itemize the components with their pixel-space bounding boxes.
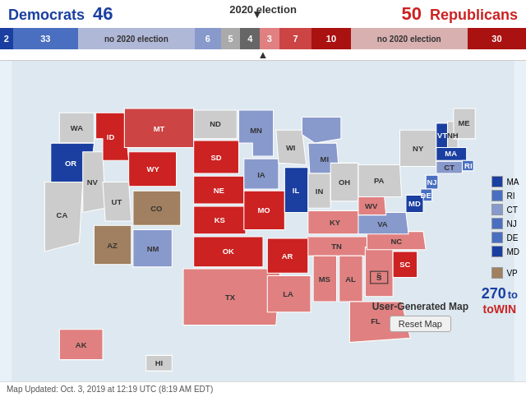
state-RI[interactable] [462,160,473,171]
legend-label-NJ: NJ [506,219,516,228]
legend-label-RI: RI [506,192,514,201]
state-NE[interactable] [194,176,244,204]
badge-win: toWIN [482,302,518,316]
reset-map-button[interactable]: Reset Map [390,316,451,332]
state-NY[interactable] [400,130,436,166]
state-MA[interactable] [436,147,467,160]
state-TX[interactable] [183,269,280,325]
state-MS[interactable] [313,256,336,302]
state-OK[interactable] [194,237,263,267]
legend-color-NJ [491,218,503,229]
legend-color-MA [491,176,503,187]
state-MD[interactable] [406,195,423,212]
state-ME[interactable] [454,108,475,139]
legend-color-VP [491,267,503,279]
score-bar: Democrats 46 ▼ 2020 election 50 Republic… [0,0,526,28]
state-PA[interactable] [358,164,402,196]
state-SC[interactable] [393,252,418,278]
state-KY[interactable] [308,210,362,233]
legend-color-CT [491,204,503,215]
state-LA[interactable] [267,275,311,312]
footer: Map Updated: Oct. 3, 2019 at 12:19 UTC (… [0,381,526,396]
user-gen-area: User-Generated Map Reset Map [372,301,468,332]
state-MT[interactable] [124,108,193,147]
user-gen-label: User-Generated Map [372,301,468,312]
legend-item-DE: DE [491,232,519,243]
state-CA[interactable] [44,182,82,252]
state-WI[interactable] [276,130,307,164]
legend-color-MD [491,246,503,257]
state-KS[interactable] [194,206,246,234]
map-area: S WA OR CA NV ID MT WY UT AZ CO NM ND SD… [0,61,526,381]
state-VA[interactable] [358,212,408,233]
legend-color-RI [491,190,503,201]
state-AZ[interactable] [94,225,131,264]
state-WY[interactable] [129,152,177,187]
footer-text: Map Updated: Oct. 3, 2019 at 12:19 UTC (… [7,385,213,394]
seg-r-solid: 30 [468,28,526,49]
seat-bar: 2 33 no 2020 election 6 5 4 3 7 10 no 20… [0,28,526,49]
seg-no-elec-rep: no 2020 election [351,28,468,49]
state-WA[interactable] [59,113,94,143]
seg-d-lean: 6 [195,28,221,49]
us-map: S WA OR CA NV ID MT WY UT AZ CO NM ND SD… [0,61,526,381]
ga-s-label: S [376,273,381,282]
state-WV[interactable] [358,195,386,215]
legend-label-VP: VP [506,269,517,278]
seg-r-10: 10 [311,28,350,49]
seg-r-likely: 7 [279,28,312,49]
legend-color-DE [491,232,503,243]
dem-score: Democrats 46 [8,3,113,25]
state-NM[interactable] [133,230,172,267]
legend-item-MD: MD [491,246,519,257]
header: Democrats 46 ▼ 2020 election 50 Republic… [0,0,526,61]
state-NV[interactable] [83,152,105,213]
legend-label-MA: MA [506,178,519,187]
state-IA[interactable] [244,159,279,189]
state-IN[interactable] [308,173,330,208]
state-HI[interactable] [146,355,173,371]
election-label: 2020 election [229,3,297,16]
legend-item-MA: MA [491,176,519,187]
legend-item-NJ: NJ [491,218,519,229]
state-MO[interactable] [244,191,285,229]
state-AK[interactable] [59,330,103,360]
state-SD[interactable] [194,141,239,173]
seg-d-solid: 2 [0,28,13,49]
state-CO[interactable] [133,191,181,225]
badge-to: to [508,288,518,301]
seg-r-lean: 3 [260,28,279,49]
legend-item-CT: CT [491,204,519,215]
legend-item-VP: VP [491,267,519,279]
state-AL[interactable] [339,256,362,302]
legend-label-DE: DE [506,233,518,242]
rep-score: 50 Republicans [401,3,518,25]
seg-d-likely: 33 [13,28,78,49]
state-OH[interactable] [330,163,358,201]
seg-pivot: 4 [240,28,260,49]
state-IL[interactable] [284,168,307,213]
legend-item-RI: RI [491,190,519,201]
badge-270: 270 to toWIN [482,285,518,316]
state-NJ[interactable] [426,175,438,189]
badge-num: 270 [482,285,506,302]
state-ND[interactable] [194,110,238,139]
legend-label-CT: CT [506,205,517,215]
state-AR[interactable] [267,238,308,273]
seg-no-elec-dem: no 2020 election [78,28,195,49]
state-VT[interactable] [436,123,448,148]
arrow-up: ▲ [0,49,526,60]
legend-label-MD: MD [506,247,519,256]
state-TN[interactable] [307,237,367,256]
legend: MA RI CT NJ DE MD VP [491,176,519,279]
state-CT[interactable] [436,161,463,173]
state-UT[interactable] [103,182,132,221]
seg-toss1: 5 [221,28,241,49]
